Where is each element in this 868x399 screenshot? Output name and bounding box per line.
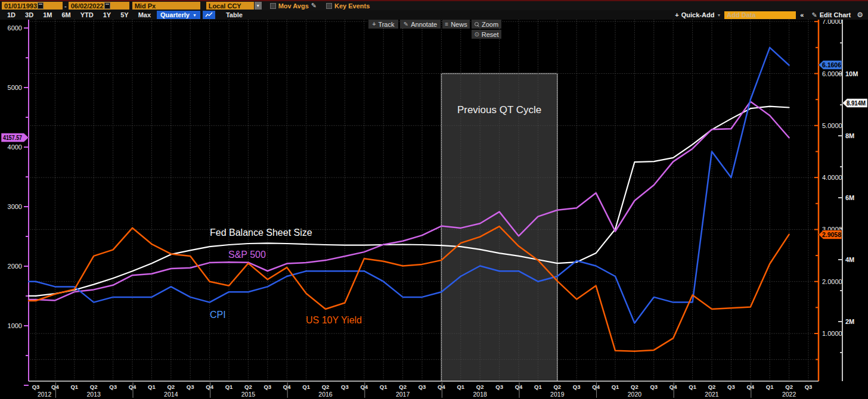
annotate-label: Annotate [411,21,437,28]
svg-text:Q1: Q1 [457,384,464,390]
svg-text:Q1: Q1 [70,384,78,390]
line-chart-icon [205,12,213,18]
edit-chart-button[interactable]: ✎ Edit Chart [808,11,854,19]
tab-5y[interactable]: 5Y [116,11,133,18]
calendar-icon[interactable] [104,2,110,9]
add-data-input[interactable] [724,11,796,19]
last-value-tag-fed-balance-sheet-size: 8.914M [842,99,867,108]
svg-text:Q1: Q1 [380,384,388,390]
svg-text:Q1: Q1 [148,384,156,390]
svg-text:1000: 1000 [8,322,22,329]
series-label: S&P 500 [228,250,266,260]
svg-text:5000: 5000 [8,84,22,91]
period-selector[interactable]: Quarterly ▼ [157,11,200,19]
svg-text:2018: 2018 [473,391,488,398]
svg-text:Q4: Q4 [283,384,291,390]
tab-3d[interactable]: 3D [20,11,38,18]
gear-icon[interactable]: ⚙ [854,11,868,19]
pencil-icon[interactable]: ✎ [311,2,317,10]
tab-1m[interactable]: 1M [38,11,57,18]
svg-text:Q2: Q2 [476,384,484,390]
series-line-s-p-500 [29,101,789,300]
svg-text:Q1: Q1 [612,384,619,390]
currency-field[interactable]: Local CCY [206,2,254,10]
svg-text:Q1: Q1 [766,384,774,390]
x-axis: Q3Q4Q1Q2Q3Q4Q1Q2Q3Q4Q1Q2Q3Q4Q1Q2Q3Q4Q1Q2… [29,381,819,398]
chart-canvas[interactable]: 6000500040003000200010007.00006.00005.00… [0,20,868,399]
chevron-down-icon: ▼ [193,13,197,17]
tab-1d[interactable]: 1D [2,11,20,18]
balance-axis: 10M8M6M4M2M [838,20,858,381]
tab-max[interactable]: Max [134,11,156,18]
calendar-icon[interactable] [38,2,44,9]
svg-text:4157.57: 4157.57 [3,135,22,141]
svg-text:2014: 2014 [164,391,178,398]
date-start-value: 01/01/1993 [4,2,37,10]
tab-6m[interactable]: 6M [57,11,75,18]
svg-text:Q2: Q2 [631,384,638,390]
svg-text:2013: 2013 [87,391,101,398]
price-source-value: Mid Px [135,2,156,10]
key-events-checkbox[interactable] [326,3,332,9]
series-label: CPI [210,310,226,320]
series-line-cpi [29,48,789,323]
table-button[interactable]: Table [221,11,247,18]
yield-axis: 7.00006.00005.00004.00003.00002.00001.00… [814,20,842,381]
chevron-down-icon: ▼ [717,13,721,17]
key-events-label: Key Events [334,2,370,10]
svg-text:Q3: Q3 [32,384,40,390]
reset-icon: ⊙ [474,32,479,38]
track-label: Track [378,21,394,28]
svg-text:8M: 8M [845,132,854,139]
date-start-field[interactable]: 01/01/1993 [2,2,63,10]
price-chart[interactable]: 6000500040003000200010007.00006.00005.00… [0,20,868,399]
svg-text:2.0000: 2.0000 [822,278,842,285]
svg-text:2016: 2016 [318,391,333,398]
svg-text:6000: 6000 [8,24,22,32]
svg-text:6.1606: 6.1606 [822,62,841,68]
key-events-toggle[interactable]: Key Events [326,2,370,10]
mov-avgs-checkbox[interactable] [270,3,276,9]
tab-1y[interactable]: 1Y [98,11,116,18]
svg-text:10M: 10M [845,70,858,77]
track-button[interactable]: + Track [368,20,398,29]
zoom-button[interactable]: Zoom [472,20,501,29]
plus-icon: + [675,11,678,18]
svg-text:Q1: Q1 [689,384,696,390]
reset-button[interactable]: ⊙ Reset [472,30,501,39]
svg-text:Q2: Q2 [708,384,716,390]
svg-text:Q1: Q1 [225,384,233,390]
collapse-button[interactable]: « [796,11,808,18]
news-label: News [451,21,467,28]
svg-text:Q2: Q2 [553,384,561,390]
currency-dropdown-icon[interactable]: ▼ [255,2,262,10]
toolbar-right-group: + Quick-Add ▼ « ✎ Edit Chart ⚙ [671,11,868,19]
svg-text:Q2: Q2 [399,384,407,390]
svg-text:8.914M: 8.914M [847,100,866,107]
svg-text:4000: 4000 [8,144,22,151]
series-line-fed-balance-sheet-size [29,107,789,296]
svg-text:2000: 2000 [8,263,22,270]
chart-type-button[interactable] [203,11,215,19]
quick-add-button[interactable]: + Quick-Add ▼ [671,11,724,18]
price-source-field[interactable]: Mid Px [132,2,200,10]
series-label: US 10Y Yield [306,315,362,325]
news-button[interactable]: ≡ News [442,20,470,29]
annotate-button[interactable]: ✎ Annotate [400,20,441,29]
svg-text:4.0000: 4.0000 [822,174,842,181]
svg-text:2015: 2015 [241,391,256,398]
svg-text:5.0000: 5.0000 [822,122,842,129]
svg-text:2019: 2019 [550,391,565,398]
date-end-value: 06/02/2022 [71,2,104,10]
svg-text:6M: 6M [845,194,854,201]
svg-text:Q2: Q2 [90,384,98,390]
svg-text:Q4: Q4 [438,384,445,390]
magnifier-icon [475,22,479,27]
reset-label: Reset [482,31,499,38]
svg-text:Q2: Q2 [785,384,793,390]
mov-avgs-toggle[interactable]: Mov Avgs ✎ [270,2,317,10]
svg-text:1.0000: 1.0000 [822,330,842,337]
tab-ytd[interactable]: YTD [76,11,98,18]
svg-text:2021: 2021 [705,391,719,398]
date-end-field[interactable]: 06/02/2022 [69,2,129,10]
